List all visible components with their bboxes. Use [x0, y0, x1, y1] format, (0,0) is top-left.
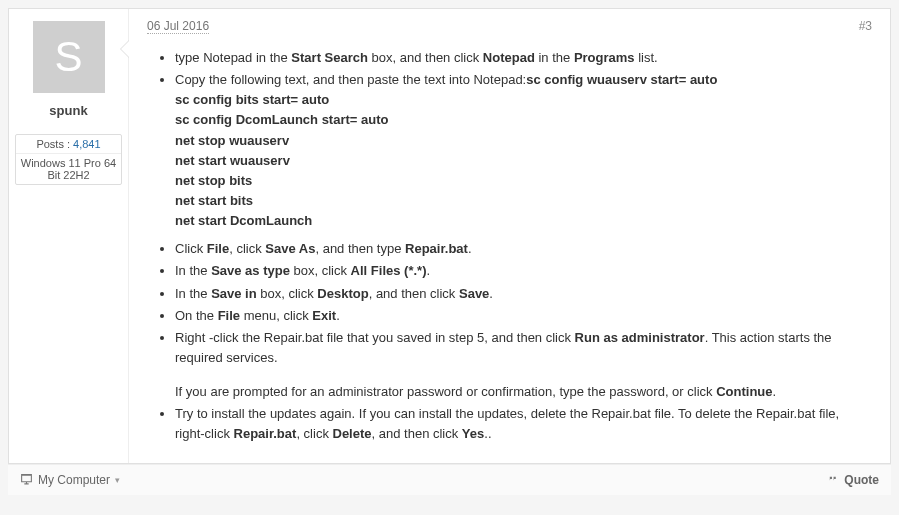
text-bold: Exit	[312, 308, 336, 323]
text-bold: Notepad	[483, 50, 535, 65]
bubble-arrow	[121, 41, 129, 57]
text: type Notepad in the	[175, 50, 291, 65]
list-item: In the Save as type box, click All Files…	[175, 261, 872, 281]
cmd-line: sc config DcomLaunch start= auto	[175, 110, 872, 130]
cmd-line: net stop wuauserv	[175, 131, 872, 151]
command-block: sc config wuauserv start= autosc config …	[175, 72, 872, 231]
monitor-icon	[20, 473, 33, 486]
text-bold: File	[207, 241, 229, 256]
cmd-line: sc config bits start= auto	[175, 90, 872, 110]
forum-post: S spunk Posts : 4,841 Windows 11 Pro 64 …	[8, 8, 891, 464]
text: list.	[635, 50, 658, 65]
text-bold: Yes	[462, 426, 484, 441]
text: box, and then click	[368, 50, 483, 65]
text-bold: All Files (*.*)	[351, 263, 427, 278]
text: .	[426, 263, 430, 278]
text-bold: Desktop	[317, 286, 368, 301]
list-item: Try to install the updates again. If you…	[175, 404, 872, 444]
text: box, click	[257, 286, 318, 301]
text: menu, click	[240, 308, 312, 323]
instruction-list: type Notepad in the Start Search box, an…	[147, 48, 872, 231]
post-content: 06 Jul 2016 #3 type Notepad in the Start…	[129, 9, 890, 463]
text-bold: Save in	[211, 286, 257, 301]
text: box, click	[290, 263, 351, 278]
text: On the	[175, 308, 218, 323]
text: , click	[229, 241, 265, 256]
posts-count-row: Posts : 4,841	[16, 135, 121, 154]
text-bold: File	[218, 308, 240, 323]
text: , and then click	[372, 426, 462, 441]
text-bold: Run as administrator	[575, 330, 705, 345]
os-row: Windows 11 Pro 64 Bit 22H2	[16, 154, 121, 184]
text-bold: Save As	[265, 241, 315, 256]
text: .	[489, 286, 493, 301]
list-item: In the Save in box, click Desktop, and t…	[175, 284, 872, 304]
text: in the	[535, 50, 574, 65]
text: In the	[175, 263, 211, 278]
text: Right -click the Repair.bat file that yo…	[175, 330, 575, 345]
text-bold: Save	[459, 286, 489, 301]
text-bold: Save as type	[211, 263, 290, 278]
user-meta: Posts : 4,841 Windows 11 Pro 64 Bit 22H2	[15, 134, 122, 185]
list-item: Copy the following text, and then paste …	[175, 70, 872, 231]
text: , click	[296, 426, 332, 441]
quote-button[interactable]: Quote	[826, 473, 879, 487]
cmd-line: net start bits	[175, 191, 872, 211]
text-bold: Programs	[574, 50, 635, 65]
list-item: On the File menu, click Exit.	[175, 306, 872, 326]
quote-icon	[826, 473, 839, 486]
list-item: type Notepad in the Start Search box, an…	[175, 48, 872, 68]
cmd-line: net stop bits	[175, 171, 872, 191]
post-footer: My Computer ▾ Quote	[8, 464, 891, 495]
post-sidebar: S spunk Posts : 4,841 Windows 11 Pro 64 …	[9, 9, 129, 463]
posts-label: Posts :	[36, 138, 70, 150]
text: Click	[175, 241, 207, 256]
post-body: type Notepad in the Start Search box, an…	[147, 48, 872, 445]
text: If you are prompted for an administrator…	[175, 384, 716, 399]
post-number-link[interactable]: #3	[859, 19, 872, 33]
quote-label: Quote	[844, 473, 879, 487]
post-date[interactable]: 06 Jul 2016	[147, 19, 209, 34]
cmd-line: net start DcomLaunch	[175, 211, 872, 231]
text-bold: Repair.bat	[234, 426, 297, 441]
text: , and then click	[369, 286, 459, 301]
instruction-list-2: Click File, click Save As, and then type…	[147, 239, 872, 444]
text: Copy the following text, and then paste …	[175, 72, 526, 87]
text: , and then type	[315, 241, 405, 256]
text-bold: Repair.bat	[405, 241, 468, 256]
username[interactable]: spunk	[49, 103, 87, 118]
text: .	[336, 308, 340, 323]
text-trailing: If you are prompted for an administrator…	[175, 382, 872, 402]
my-computer-toggle[interactable]: My Computer ▾	[20, 473, 120, 487]
text-bold: Start Search	[291, 50, 368, 65]
text-bold: Delete	[333, 426, 372, 441]
text: .	[773, 384, 777, 399]
text: .	[468, 241, 472, 256]
cmd-line: sc config wuauserv start= auto	[526, 72, 717, 87]
list-item: Click File, click Save As, and then type…	[175, 239, 872, 259]
list-item: Right -click the Repair.bat file that yo…	[175, 328, 872, 402]
chevron-down-icon: ▾	[115, 475, 120, 485]
cmd-line: net start wuauserv	[175, 151, 872, 171]
text: In the	[175, 286, 211, 301]
avatar[interactable]: S	[33, 21, 105, 93]
text-bold: Continue	[716, 384, 772, 399]
my-computer-label: My Computer	[38, 473, 110, 487]
post-header: 06 Jul 2016 #3	[147, 19, 872, 34]
posts-count-link[interactable]: 4,841	[73, 138, 101, 150]
text: ..	[484, 426, 491, 441]
